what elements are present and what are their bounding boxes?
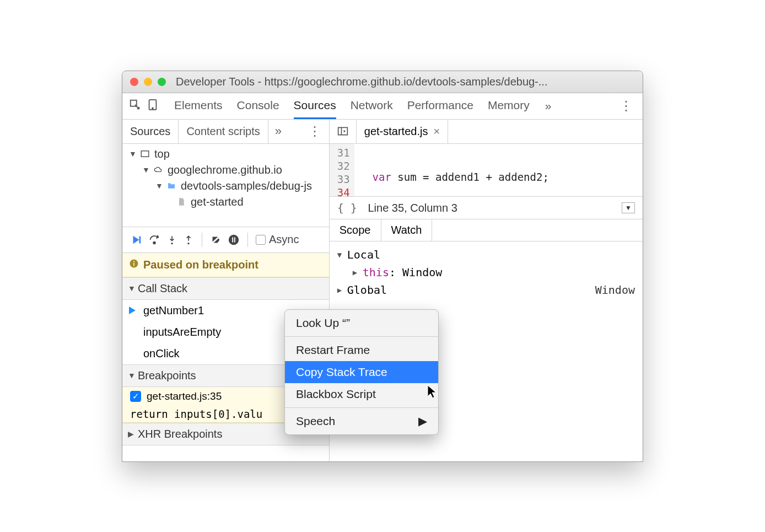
svg-point-2 bbox=[152, 108, 153, 109]
step-into-button[interactable] bbox=[166, 234, 177, 246]
close-tab-icon[interactable]: × bbox=[433, 125, 440, 138]
tree-domain[interactable]: ▼ googlechrome.github.io bbox=[122, 162, 329, 178]
watch-tab[interactable]: Watch bbox=[381, 219, 433, 241]
svg-rect-11 bbox=[234, 237, 235, 242]
tab-memory[interactable]: Memory bbox=[488, 93, 530, 119]
navigator-tab-more-icon[interactable]: » bbox=[268, 124, 288, 138]
tree-top-label: top bbox=[154, 148, 170, 160]
tree-file[interactable]: get-started bbox=[122, 194, 329, 210]
svg-rect-15 bbox=[338, 127, 347, 135]
caret-down-icon: ▼ bbox=[128, 284, 134, 293]
settings-menu-icon[interactable]: ⋮ bbox=[616, 98, 636, 114]
traffic-lights bbox=[130, 78, 166, 86]
panel-tabs: Elements Console Sources Network Perform… bbox=[174, 93, 530, 119]
zoom-window-button[interactable] bbox=[158, 78, 166, 86]
code-lines: var sum = addend1 + addend2; label.textC… bbox=[354, 144, 643, 196]
device-toolbar-icon[interactable] bbox=[147, 99, 159, 114]
caret-down-icon: ▼ bbox=[142, 165, 149, 174]
minimize-window-button[interactable] bbox=[144, 78, 152, 86]
svg-point-6 bbox=[171, 243, 173, 244]
inspect-element-icon[interactable] bbox=[129, 99, 141, 114]
folder-icon bbox=[165, 181, 177, 190]
frame-name: onClick bbox=[143, 347, 180, 360]
call-stack-header[interactable]: ▼ Call Stack bbox=[122, 277, 329, 300]
navigator-menu-icon[interactable]: ⋮ bbox=[305, 123, 325, 139]
svg-point-5 bbox=[153, 241, 155, 244]
toggle-navigator-icon[interactable] bbox=[330, 120, 357, 143]
breakpoint-checkbox[interactable]: ✓ bbox=[130, 391, 141, 402]
tab-elements[interactable]: Elements bbox=[174, 93, 223, 119]
editor-options-dropdown[interactable]: ▼ bbox=[622, 202, 635, 213]
tree-top[interactable]: ▼ top bbox=[122, 146, 329, 162]
caret-right-icon: ▶ bbox=[337, 286, 344, 294]
mouse-cursor-icon bbox=[427, 384, 438, 401]
file-tree: ▼ top ▼ googlechrome.github.io ▼ devtool… bbox=[122, 144, 329, 227]
tab-network[interactable]: Network bbox=[351, 93, 393, 119]
ctx-speech[interactable]: Speech ▶ bbox=[285, 410, 438, 432]
ctx-speech-label: Speech bbox=[296, 415, 335, 428]
code-editor[interactable]: 31323334 var sum = addend1 + addend2; la… bbox=[330, 144, 643, 197]
tree-domain-label: googlechrome.github.io bbox=[168, 164, 282, 176]
step-over-button[interactable] bbox=[148, 234, 161, 246]
pause-on-exceptions-button[interactable] bbox=[228, 234, 240, 246]
devtools-window: Developer Tools - https://googlechrome.g… bbox=[122, 71, 643, 462]
breakpoint-location: get-started.js:35 bbox=[147, 390, 222, 402]
caret-right-icon: ▶ bbox=[353, 268, 359, 277]
debugger-toolbar: Async bbox=[122, 227, 329, 253]
editor-status: { } Line 35, Column 3 ▼ bbox=[330, 197, 643, 219]
async-checkbox[interactable]: Async bbox=[256, 233, 299, 246]
cursor-position: Line 35, Column 3 bbox=[368, 202, 457, 214]
tab-console[interactable]: Console bbox=[237, 93, 279, 119]
editor-file-tab[interactable]: get-started.js × bbox=[357, 120, 448, 143]
ctx-restart-frame[interactable]: Restart Frame bbox=[285, 339, 438, 361]
tree-file-label: get-started bbox=[191, 196, 244, 208]
resume-button[interactable] bbox=[130, 234, 142, 246]
tab-performance[interactable]: Performance bbox=[407, 93, 473, 119]
caret-down-icon: ▼ bbox=[128, 371, 134, 380]
titlebar: Developer Tools - https://googlechrome.g… bbox=[122, 71, 643, 93]
tree-folder-label: devtools-samples/debug-js bbox=[181, 180, 312, 192]
file-tab-label: get-started.js bbox=[364, 125, 428, 138]
more-tabs-icon[interactable]: » bbox=[545, 99, 552, 112]
this-value: Window bbox=[402, 266, 442, 279]
xhr-breakpoints-label: XHR Breakpoints bbox=[138, 428, 222, 440]
paused-message: Paused on breakpoint bbox=[122, 253, 329, 277]
caret-down-icon: ▼ bbox=[155, 181, 162, 190]
deactivate-breakpoints-button[interactable] bbox=[210, 234, 222, 246]
ctx-copy-stack-trace[interactable]: Copy Stack Trace bbox=[285, 361, 438, 383]
ctx-blackbox-script[interactable]: Blackbox Script bbox=[285, 383, 438, 405]
step-out-button[interactable] bbox=[183, 234, 194, 246]
ctx-lookup[interactable]: Look Up “” bbox=[285, 312, 438, 334]
editor-tabs: get-started.js × bbox=[330, 120, 643, 144]
line-gutter: 31323334 bbox=[330, 144, 354, 196]
svg-rect-3 bbox=[141, 151, 149, 157]
call-stack-label: Call Stack bbox=[138, 282, 187, 295]
info-icon bbox=[129, 259, 139, 271]
scope-tab[interactable]: Scope bbox=[330, 219, 381, 241]
navigator-tabs: Sources Content scripts » ⋮ bbox=[122, 120, 329, 144]
caret-down-icon: ▼ bbox=[129, 149, 136, 158]
frame-name: inputsAreEmpty bbox=[143, 326, 221, 338]
svg-point-14 bbox=[133, 261, 134, 262]
close-window-button[interactable] bbox=[130, 78, 138, 86]
scope-local-label: Local bbox=[347, 248, 380, 261]
pretty-print-icon[interactable]: { } bbox=[337, 201, 357, 214]
caret-down-icon: ▼ bbox=[337, 250, 344, 259]
cloud-icon bbox=[152, 165, 164, 174]
scope-global[interactable]: ▶ Global Window bbox=[337, 281, 635, 299]
paused-text: Paused on breakpoint bbox=[143, 259, 258, 271]
svg-point-9 bbox=[229, 234, 239, 244]
tab-sources[interactable]: Sources bbox=[294, 93, 336, 119]
navigator-tab-sources[interactable]: Sources bbox=[122, 120, 179, 143]
scope-global-value: Window bbox=[595, 283, 635, 297]
tree-folder[interactable]: ▼ devtools-samples/debug-js bbox=[122, 178, 329, 194]
breakpoints-label: Breakpoints bbox=[138, 369, 196, 382]
scope-local[interactable]: ▼ Local bbox=[337, 246, 635, 264]
navigator-tab-content-scripts[interactable]: Content scripts bbox=[179, 120, 268, 143]
svg-rect-13 bbox=[133, 262, 134, 266]
scope-this[interactable]: ▶ this: Window bbox=[337, 264, 635, 281]
async-label: Async bbox=[269, 233, 299, 246]
svg-rect-10 bbox=[232, 237, 233, 242]
window-title: Developer Tools - https://googlechrome.g… bbox=[176, 76, 547, 88]
scope-tabs: Scope Watch bbox=[330, 219, 643, 241]
